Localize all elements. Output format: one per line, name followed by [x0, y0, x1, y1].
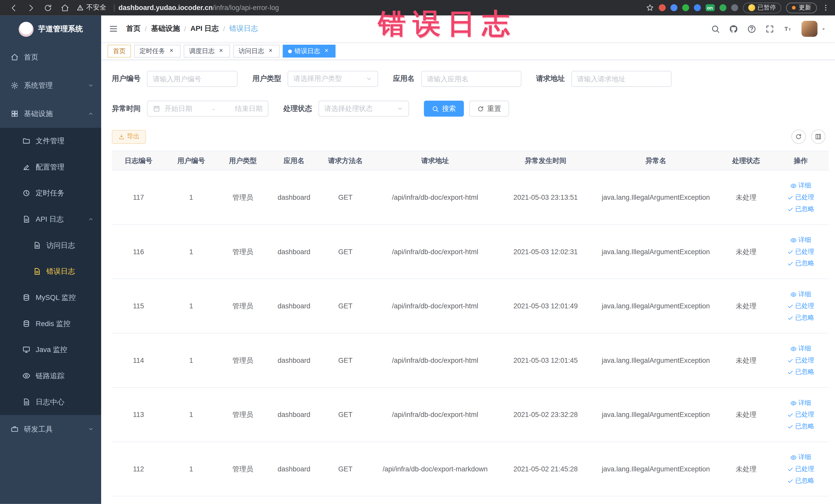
- extension-blue-drop-icon[interactable]: [670, 4, 677, 11]
- tab-cron-job[interactable]: 定时任务×: [134, 45, 180, 58]
- sidebar-item-file-mgmt[interactable]: 文件管理: [0, 128, 101, 154]
- tab-access-log[interactable]: 访问日志×: [233, 45, 280, 58]
- app-logo[interactable]: 芋道管理系统: [0, 15, 101, 43]
- mark-processed-link[interactable]: 已处理: [787, 464, 814, 473]
- detail-link[interactable]: 详细: [790, 344, 811, 353]
- extension-red-circle-icon[interactable]: [658, 4, 665, 11]
- process-status-select[interactable]: 请选择处理状态: [319, 101, 409, 117]
- eye-icon: [790, 291, 797, 298]
- breadcrumb-item-infrastructure[interactable]: 基础设施: [151, 24, 180, 33]
- sidebar-item-java-monitor[interactable]: Java 监控: [0, 337, 101, 363]
- extension-dark-star-icon[interactable]: [731, 4, 738, 11]
- user-type-select[interactable]: 请选择用户类型: [287, 71, 378, 87]
- sidebar-item-cron-job[interactable]: 定时任务: [0, 180, 101, 206]
- request-url-input[interactable]: [571, 71, 671, 87]
- sidebar-item-error-log[interactable]: 错误日志: [0, 258, 101, 284]
- mark-processed-link[interactable]: 已处理: [787, 301, 814, 310]
- extension-blue-grid-icon[interactable]: [694, 4, 700, 11]
- sidebar-menu: 首页系统管理基础设施文件管理配置管理定时任务API 日志访问日志错误日志MySQ…: [0, 43, 101, 443]
- sidebar-item-dev-tools[interactable]: 研发工具: [0, 415, 101, 443]
- sidebar-toggle-icon[interactable]: [108, 24, 118, 33]
- detail-link[interactable]: 详细: [790, 181, 811, 190]
- search-button[interactable]: 搜索: [424, 101, 464, 117]
- extension-green-circle-icon[interactable]: [682, 4, 689, 11]
- header-search-icon[interactable]: [711, 24, 720, 33]
- refresh-table-button[interactable]: [791, 129, 806, 144]
- column-header: 用户类型: [217, 151, 268, 170]
- sidebar-item-home[interactable]: 首页: [0, 43, 101, 72]
- sidebar-item-infrastructure[interactable]: 基础设施: [0, 100, 101, 128]
- help-icon[interactable]: [747, 24, 756, 33]
- mark-ignored-link[interactable]: 已忽略: [787, 259, 814, 268]
- chevron-down-icon: [397, 105, 403, 112]
- github-icon[interactable]: [729, 24, 738, 33]
- sidebar-item-redis-monitor[interactable]: Redis 监控: [0, 311, 101, 337]
- paused-label: 已暂停: [757, 4, 776, 12]
- extension-green-leaf-icon[interactable]: [719, 4, 726, 11]
- mark-ignored-link[interactable]: 已忽略: [787, 422, 814, 431]
- column-settings-button[interactable]: [811, 129, 826, 144]
- mark-processed-link[interactable]: 已处理: [787, 193, 814, 202]
- font-size-icon[interactable]: TT: [783, 24, 792, 33]
- breadcrumb-item-home[interactable]: 首页: [126, 24, 141, 33]
- browser-forward-icon[interactable]: [27, 3, 35, 12]
- browser-home-icon[interactable]: [61, 3, 69, 12]
- detail-link[interactable]: 详细: [790, 236, 811, 244]
- table-row: 1141管理员dashboardGET/api/infra/db-doc/exp…: [112, 333, 829, 388]
- mark-processed-link[interactable]: 已处理: [787, 356, 814, 365]
- end-date-placeholder: 结束日期: [235, 104, 263, 114]
- profile-paused-badge[interactable]: 已暂停: [742, 2, 781, 13]
- browser-menu-icon[interactable]: [822, 4, 830, 12]
- mark-ignored-link[interactable]: 已忽略: [787, 313, 814, 322]
- mark-processed-link[interactable]: 已处理: [787, 410, 814, 419]
- tab-error-log[interactable]: 错误日志×: [283, 45, 335, 58]
- op-link-label: 已处理: [795, 356, 814, 365]
- mark-ignored-link[interactable]: 已忽略: [787, 205, 814, 214]
- table-row: 1161管理员dashboardGET/api/infra/db-doc/exp…: [112, 224, 829, 279]
- check-icon: [787, 206, 793, 212]
- app-name-input[interactable]: [421, 71, 521, 87]
- exception-time-range-picker[interactable]: 开始日期 - 结束日期: [147, 101, 268, 117]
- address-bar[interactable]: dashboard.yudao.iocoder.cn/infra/log/api…: [119, 4, 279, 12]
- browser-update-button[interactable]: 更新: [786, 2, 817, 13]
- close-tab-icon[interactable]: ×: [217, 47, 225, 55]
- close-tab-icon[interactable]: ×: [267, 47, 274, 55]
- fullscreen-icon[interactable]: [765, 24, 774, 33]
- extension-on-badge-icon[interactable]: on: [705, 4, 714, 11]
- reset-button[interactable]: 重置: [469, 101, 509, 117]
- security-warning[interactable]: 不安全: [77, 3, 106, 12]
- tab-home[interactable]: 首页: [107, 45, 131, 58]
- cell-exception-time: 2021-05-03 12:02:31: [499, 224, 592, 279]
- user-menu[interactable]: [801, 21, 827, 37]
- export-button[interactable]: 导出: [112, 130, 146, 143]
- column-header: 请求地址: [371, 151, 499, 170]
- sidebar-item-api-log[interactable]: API 日志: [0, 206, 101, 233]
- sidebar-item-config-mgmt[interactable]: 配置管理: [0, 154, 101, 180]
- sidebar-item-mysql-monitor[interactable]: MySQL 监控: [0, 284, 101, 311]
- sidebar-item-tracing[interactable]: 链路追踪: [0, 363, 101, 389]
- mark-ignored-link[interactable]: 已忽略: [787, 368, 814, 377]
- sidebar-item-label: 错误日志: [46, 266, 75, 276]
- check-icon: [787, 478, 793, 484]
- close-tab-icon[interactable]: ×: [323, 47, 330, 55]
- user-id-input[interactable]: [147, 71, 238, 87]
- cell-log-id: 115: [112, 279, 165, 333]
- browser-back-icon[interactable]: [9, 3, 18, 12]
- chevron-up-icon: [88, 111, 94, 117]
- tab-job-log[interactable]: 调度日志×: [184, 45, 230, 58]
- sidebar-item-access-log[interactable]: 访问日志: [0, 233, 101, 259]
- sidebar-item-system-mgmt[interactable]: 系统管理: [0, 72, 101, 100]
- detail-link[interactable]: 详细: [790, 290, 811, 299]
- detail-link[interactable]: 详细: [790, 452, 811, 462]
- detail-link[interactable]: 详细: [790, 399, 811, 407]
- close-tab-icon[interactable]: ×: [168, 47, 175, 55]
- sidebar-item-log-center[interactable]: 日志中心: [0, 389, 101, 415]
- check-icon: [787, 315, 793, 321]
- browser-reload-icon[interactable]: [44, 3, 52, 12]
- bookmark-star-icon[interactable]: [646, 4, 654, 12]
- column-header: 用户编号: [165, 151, 217, 170]
- mark-processed-link[interactable]: 已处理: [787, 247, 814, 256]
- breadcrumb-item-api-log[interactable]: API 日志: [190, 24, 219, 33]
- op-link-label: 详细: [798, 344, 811, 353]
- mark-ignored-link[interactable]: 已忽略: [787, 476, 814, 485]
